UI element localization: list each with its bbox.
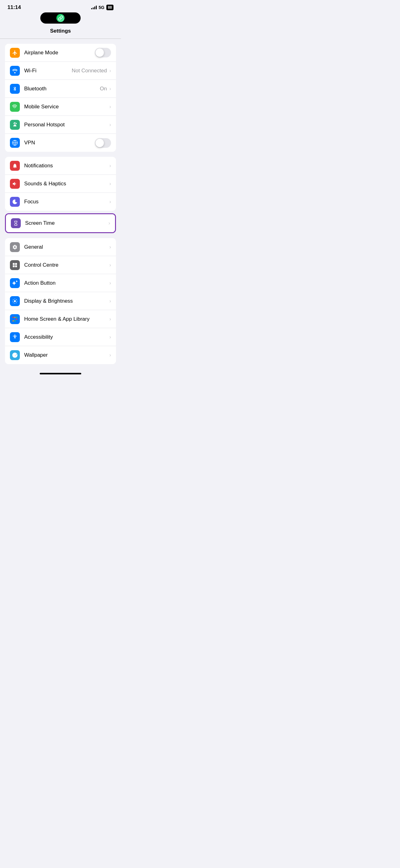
focus-icon [10, 197, 20, 207]
svg-rect-10 [14, 318, 15, 320]
home-screen-row[interactable]: Home Screen & App Library › [5, 310, 116, 328]
home-screen-icon [10, 314, 20, 324]
mobile-service-chevron: › [109, 104, 111, 110]
action-button-row[interactable]: Action Button › [5, 274, 116, 292]
svg-rect-9 [13, 318, 14, 320]
screen-time-row[interactable]: Screen Time › [6, 214, 115, 232]
svg-rect-4 [15, 265, 17, 267]
wallpaper-label: Wallpaper [24, 352, 48, 358]
control-centre-row[interactable]: Control Centre › [5, 256, 116, 274]
personal-hotspot-row[interactable]: Personal Hotspot › [5, 116, 116, 134]
home-screen-label: Home Screen & App Library [24, 316, 90, 322]
wifi-icon [10, 66, 20, 76]
focus-content: Focus › [24, 199, 111, 205]
general-row[interactable]: General › [5, 238, 116, 256]
airplane-mode-icon [10, 48, 20, 58]
svg-rect-6 [13, 317, 14, 318]
control-centre-label: Control Centre [24, 262, 59, 268]
display-brightness-row[interactable]: Display & Brightness › [5, 292, 116, 310]
screen-time-chevron: › [108, 220, 110, 226]
control-centre-icon [10, 260, 20, 270]
screen-time-icon [11, 218, 21, 228]
bluetooth-icon [10, 84, 20, 94]
svg-rect-2 [15, 263, 17, 265]
general-label: General [24, 244, 43, 250]
bluetooth-content: Bluetooth On › [24, 86, 111, 92]
home-screen-content: Home Screen & App Library › [24, 316, 111, 322]
wifi-label: Wi-Fi [24, 68, 37, 74]
personal-hotspot-content: Personal Hotspot › [24, 122, 111, 128]
svg-rect-3 [13, 265, 14, 267]
general-chevron: › [109, 244, 111, 250]
sounds-haptics-row[interactable]: Sounds & Haptics › [5, 175, 116, 193]
personal-hotspot-icon [10, 120, 20, 130]
action-button-label: Action Button [24, 280, 56, 286]
connectivity-group: Airplane Mode Wi-Fi Not Connected › [5, 44, 116, 152]
airplane-mode-label: Airplane Mode [24, 50, 58, 56]
accessibility-label: Accessibility [24, 334, 53, 340]
mobile-service-row[interactable]: Mobile Service › [5, 98, 116, 116]
accessibility-row[interactable]: Accessibility › [5, 328, 116, 346]
home-bar [40, 373, 81, 374]
mobile-service-label: Mobile Service [24, 104, 59, 110]
svg-rect-7 [14, 317, 15, 318]
screen-time-label: Screen Time [25, 220, 55, 226]
bluetooth-status: On [100, 86, 107, 92]
svg-rect-1 [13, 263, 14, 265]
mobile-service-icon [10, 102, 20, 112]
focus-chevron: › [109, 199, 111, 205]
display-brightness-content: Display & Brightness › [24, 298, 111, 304]
airplane-mode-toggle-thumb [96, 49, 104, 57]
display-brightness-chevron: › [109, 298, 111, 304]
svg-rect-8 [16, 317, 18, 318]
action-button-content: Action Button › [24, 280, 111, 286]
vpn-toggle[interactable] [95, 138, 111, 148]
notifications-icon [10, 161, 20, 171]
dynamic-island-area [0, 12, 121, 24]
network-type: 5G [99, 5, 104, 10]
home-indicator [0, 368, 121, 377]
display-brightness-label: Display & Brightness [24, 298, 73, 304]
wifi-row[interactable]: Wi-Fi Not Connected › [5, 62, 116, 80]
battery: 88 [106, 5, 113, 10]
page-header: Settings [0, 25, 121, 39]
vpn-row[interactable]: VPN [5, 134, 116, 152]
svg-point-5 [14, 300, 16, 302]
airplane-mode-toggle[interactable] [95, 48, 111, 57]
personal-hotspot-label: Personal Hotspot [24, 122, 65, 128]
general-content: General › [24, 244, 111, 250]
focus-row[interactable]: Focus › [5, 193, 116, 211]
airplane-mode-content: Airplane Mode [24, 48, 111, 57]
svg-rect-12 [13, 320, 14, 321]
svg-point-15 [14, 334, 15, 335]
notifications-chevron: › [109, 163, 111, 168]
signal-bars [91, 6, 97, 9]
wallpaper-icon [10, 350, 20, 360]
control-centre-chevron: › [109, 262, 111, 268]
personal-hotspot-chevron: › [109, 122, 111, 128]
svg-rect-11 [16, 318, 18, 320]
accessibility-content: Accessibility › [24, 334, 111, 340]
wallpaper-chevron: › [109, 352, 111, 358]
wallpaper-content: Wallpaper › [24, 352, 111, 358]
vpn-content: VPN [24, 138, 111, 148]
bluetooth-row[interactable]: Bluetooth On › [5, 80, 116, 98]
svg-rect-14 [16, 320, 18, 321]
general-settings-group: General › Control Centre › Action Button… [5, 238, 116, 364]
wallpaper-row[interactable]: Wallpaper › [5, 346, 116, 364]
status-bar: 11:14 5G 88 [0, 0, 121, 12]
status-time: 11:14 [7, 4, 21, 10]
notifications-row[interactable]: Notifications › [5, 157, 116, 175]
screen-time-highlighted-group: Screen Time › [5, 213, 116, 233]
page-title: Settings [50, 28, 71, 34]
sounds-haptics-chevron: › [109, 181, 111, 187]
accessibility-icon [10, 332, 20, 342]
notifications-group: Notifications › Sounds & Haptics › Focus… [5, 157, 116, 211]
status-right-icons: 5G 88 [91, 5, 113, 10]
display-brightness-icon [10, 296, 20, 306]
airplane-mode-row[interactable]: Airplane Mode [5, 44, 116, 62]
screen-time-content: Screen Time › [25, 220, 110, 226]
vpn-toggle-thumb [96, 139, 104, 147]
wifi-chevron: › [109, 68, 111, 73]
wifi-status: Not Connected [72, 68, 107, 74]
